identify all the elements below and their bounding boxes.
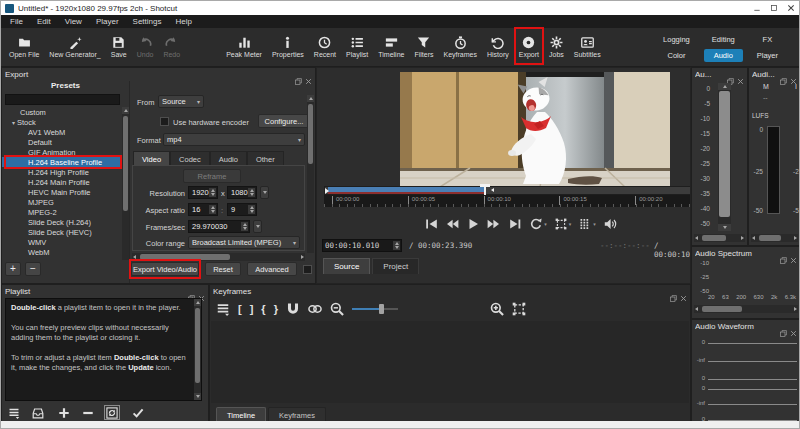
spinner[interactable] xyxy=(248,205,255,214)
keyframes-filter-marker-button[interactable]: [ xyxy=(238,303,242,315)
presets-scrollbar[interactable] xyxy=(122,107,129,260)
fps-presets-button[interactable] xyxy=(253,220,262,233)
presets-search-input[interactable] xyxy=(5,94,120,105)
transport-volume-button[interactable] xyxy=(603,218,617,230)
tree-expand-icon[interactable]: ▾ xyxy=(12,119,15,126)
preset-gif-animation[interactable]: GIF Animation xyxy=(2,147,123,157)
spinner[interactable] xyxy=(241,222,248,231)
aspect-height-input[interactable]: 9 xyxy=(227,203,257,216)
keyframes-filter-marker-button[interactable]: ] xyxy=(250,303,254,315)
keyframes-menu-button[interactable] xyxy=(216,302,230,316)
scroll-up-icon[interactable] xyxy=(718,83,731,90)
menu-settings[interactable]: Settings xyxy=(126,15,169,28)
playlist-open-button[interactable] xyxy=(30,405,46,420)
toolbar-button-export[interactable]: Export xyxy=(514,28,544,66)
format-select[interactable]: mp4 xyxy=(163,133,305,146)
scrollbar-thumb[interactable] xyxy=(195,308,200,383)
close-panel-button[interactable] xyxy=(198,288,205,295)
preset-mjpeg[interactable]: MJPEG xyxy=(2,197,123,207)
float-panel-button[interactable] xyxy=(295,71,302,78)
aspect-width-input[interactable]: 16 xyxy=(188,203,218,216)
scrollbar-thumb[interactable] xyxy=(308,104,313,164)
close-panel-button[interactable] xyxy=(790,250,797,257)
playlist-remove-button[interactable] xyxy=(80,405,96,420)
preset-h-264-high-profile[interactable]: H.264 High Profile xyxy=(2,167,123,177)
menu-file[interactable]: File xyxy=(3,15,30,28)
scroll-up-icon[interactable] xyxy=(122,107,129,114)
menu-help[interactable]: Help xyxy=(168,15,198,28)
transport-fast-forward-button[interactable] xyxy=(487,218,501,230)
playlist-add-button[interactable] xyxy=(56,405,72,420)
transport-zoom-fit-button[interactable]: ▾ xyxy=(554,218,572,230)
float-panel-button[interactable] xyxy=(780,250,787,257)
preset-stock[interactable]: ▾Stock xyxy=(2,117,123,127)
scrollbar-thumb[interactable] xyxy=(702,306,742,312)
color-range-select[interactable]: Broadcast Limited (MPEG) xyxy=(188,236,300,249)
layout-audio[interactable]: Audio xyxy=(704,49,743,62)
transport-skip-next-button[interactable] xyxy=(508,218,522,230)
preset-custom[interactable]: Custom xyxy=(2,107,123,117)
toolbar-button-filters[interactable]: Filters xyxy=(409,28,438,66)
position-timecode-input[interactable] xyxy=(323,240,393,251)
dock-tab-timeline[interactable]: Timeline xyxy=(216,407,266,422)
float-panel-button[interactable] xyxy=(188,288,195,295)
scrollbar-thumb[interactable] xyxy=(759,235,781,241)
time-ruler[interactable]: 00:00:0000:00:0500:00:1000:00:1500:00:20 xyxy=(324,195,691,207)
reframe-button[interactable]: Reframe xyxy=(183,169,241,183)
preset-mpeg-2[interactable]: MPEG-2 xyxy=(2,207,123,217)
add-preset-button[interactable]: + xyxy=(5,262,21,276)
keyframes-timeline-area[interactable] xyxy=(211,321,689,403)
close-window-button[interactable] xyxy=(782,1,799,15)
toolbar-button-properties[interactable]: Properties xyxy=(267,28,309,66)
playlist-scrollbar[interactable] xyxy=(194,299,201,400)
player-tab-project[interactable]: Project xyxy=(372,258,419,274)
preset-h-264-main-profile[interactable]: H.264 Main Profile xyxy=(2,177,123,187)
from-select[interactable]: Source xyxy=(158,95,204,108)
scrollbar-thumb[interactable] xyxy=(719,91,730,217)
toolbar-button-peak-meter[interactable]: Peak Meter xyxy=(221,28,267,66)
keyframes-filter-marker-button[interactable]: } xyxy=(274,303,278,315)
hardware-encoder-checkbox[interactable] xyxy=(160,117,169,126)
float-panel-button[interactable] xyxy=(727,71,734,78)
out-point-marker[interactable] xyxy=(491,188,494,192)
toolbar-button-playlist[interactable]: Playlist xyxy=(341,28,373,66)
float-panel-button[interactable] xyxy=(780,71,787,78)
advanced-button[interactable]: Advanced xyxy=(247,262,297,276)
spectrum-hscrollbar[interactable] xyxy=(694,305,798,313)
preset-h-264-baseline-profile[interactable]: H.264 Baseline Profile xyxy=(2,157,123,167)
timecode-spinner[interactable] xyxy=(393,241,400,250)
spinner[interactable] xyxy=(209,188,216,197)
close-panel-button[interactable] xyxy=(680,288,687,295)
menu-player[interactable]: Player xyxy=(89,15,126,28)
export-video-audio-button[interactable]: Export Video/Audio xyxy=(131,262,199,276)
slider-handle[interactable] xyxy=(379,304,384,314)
scrollbar-thumb[interactable] xyxy=(123,116,128,211)
configure-button[interactable]: Configure... xyxy=(258,114,310,128)
float-panel-button[interactable] xyxy=(670,288,677,295)
playlist-update-button[interactable] xyxy=(104,405,120,420)
toolbar-button-new-generator[interactable]: New Generator_ xyxy=(44,28,105,66)
toolbar-button-redo[interactable]: Redo xyxy=(158,28,185,66)
preset-webm[interactable]: WebM xyxy=(2,247,123,257)
keyframes-magnet-button[interactable] xyxy=(286,302,300,316)
transport-skip-previous-button[interactable] xyxy=(424,218,438,230)
spinner[interactable] xyxy=(248,188,255,197)
keyframes-zoom-in-button[interactable] xyxy=(490,302,504,316)
playhead[interactable] xyxy=(484,185,486,195)
menu-view[interactable]: View xyxy=(58,15,89,28)
close-panel-button[interactable] xyxy=(790,323,797,330)
toolbar-button-history[interactable]: History xyxy=(482,28,514,66)
layout-editing[interactable]: Editing xyxy=(704,33,743,46)
layout-player[interactable]: Player xyxy=(749,49,786,62)
selected-range[interactable] xyxy=(328,187,485,194)
playlist-menu-button[interactable] xyxy=(6,405,22,420)
preset-slide-deck-hevc[interactable]: Slide Deck (HEVC) xyxy=(2,227,123,237)
preset-webm-vp9[interactable]: WebM VP9 xyxy=(2,257,123,260)
preset-av1-webm[interactable]: AV1 WebM xyxy=(2,127,123,137)
trim-bar[interactable] xyxy=(324,186,691,195)
remove-preset-button[interactable]: − xyxy=(25,262,41,276)
toolbar-button-recent[interactable]: Recent xyxy=(309,28,341,66)
resolution-presets-button[interactable] xyxy=(260,186,269,199)
keyframes-scrub-button[interactable] xyxy=(308,302,322,316)
scroll-up-icon[interactable] xyxy=(194,299,201,306)
